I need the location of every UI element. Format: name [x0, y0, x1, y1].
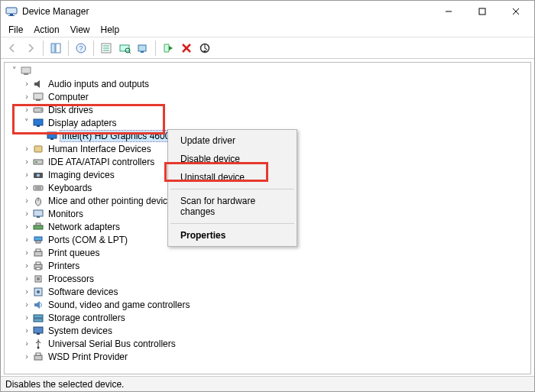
svg-rect-18	[138, 45, 146, 51]
imaging-icon	[32, 169, 44, 181]
tree-item-display-adapters[interactable]: ˅Display adapters	[5, 116, 530, 129]
disable-device-button[interactable]	[196, 40, 213, 57]
context-menu-update-driver[interactable]: Update driver	[170, 131, 295, 150]
svg-rect-49	[34, 251, 42, 256]
collapse-icon[interactable]: ˅	[21, 118, 32, 127]
tree-item[interactable]: ›Sound, video and game controllers	[5, 298, 530, 311]
expand-icon[interactable]: ›	[21, 235, 32, 244]
audio-icon	[32, 78, 44, 90]
context-menu-disable-device[interactable]: Disable device	[170, 150, 295, 168]
tree-item-label: Storage controllers	[47, 313, 127, 323]
tree-root[interactable]: ˅	[5, 64, 530, 77]
mouse-icon	[32, 195, 44, 207]
expand-icon[interactable]: ›	[21, 144, 32, 153]
context-menu-uninstall-device[interactable]: Uninstall device	[170, 168, 295, 186]
svg-rect-43	[34, 210, 43, 216]
expand-icon[interactable]: ›	[21, 313, 32, 322]
expand-icon[interactable]: ›	[21, 79, 32, 88]
expand-icon[interactable]: ›	[21, 157, 32, 166]
context-menu-properties[interactable]: Properties	[170, 226, 295, 245]
svg-rect-53	[36, 267, 41, 270]
svg-point-28	[41, 109, 42, 111]
expand-icon[interactable]: ›	[21, 222, 32, 231]
toolbar: ?	[1, 37, 534, 59]
forward-button[interactable]	[22, 40, 39, 57]
tree-item[interactable]: ›System devices	[5, 324, 530, 337]
svg-rect-50	[36, 249, 41, 251]
help-button[interactable]: ?	[73, 40, 89, 57]
tree-item[interactable]: ›Printers	[5, 259, 530, 272]
toolbar-separator	[43, 40, 44, 56]
storage-icon	[32, 312, 44, 324]
svg-text:?: ?	[79, 44, 83, 52]
svg-rect-26	[36, 99, 41, 101]
svg-rect-61	[37, 333, 40, 335]
context-menu-separator	[170, 189, 294, 190]
tree-item-label: Processors	[47, 274, 96, 284]
keyboard-icon	[32, 182, 44, 194]
update-driver-button[interactable]	[135, 40, 151, 57]
app-icon	[5, 5, 18, 18]
tree-item-label: Human Interface Devices	[47, 144, 153, 154]
svg-rect-46	[36, 223, 41, 225]
ports-icon	[32, 234, 44, 246]
expand-icon[interactable]: ›	[21, 326, 32, 335]
svg-rect-19	[141, 51, 144, 53]
tree-item-label: Display adapters	[47, 118, 118, 128]
expand-icon[interactable]: ›	[21, 196, 32, 205]
svg-rect-34	[34, 160, 43, 164]
tree-item[interactable]: ›Storage controllers	[5, 311, 530, 324]
show-hide-tree-button[interactable]	[47, 40, 64, 57]
expand-icon[interactable]: ›	[21, 209, 32, 218]
tree-item[interactable]: ›Software devices	[5, 285, 530, 298]
expand-icon[interactable]: ›	[21, 105, 32, 114]
uninstall-device-button[interactable]	[178, 40, 195, 57]
expand-icon[interactable]: ›	[21, 339, 32, 348]
expand-icon[interactable]: ›	[21, 92, 32, 101]
tree-item-label: IDE ATA/ATAPI controllers	[47, 157, 156, 167]
expand-icon[interactable]: ›	[21, 183, 32, 192]
menu-view[interactable]: View	[66, 23, 95, 37]
maximize-button[interactable]	[465, 1, 499, 22]
context-menu: Update driver Disable device Uninstall d…	[167, 129, 297, 247]
tree-item-label: Ports (COM & LPT)	[47, 235, 129, 245]
printer-icon	[32, 260, 44, 272]
title-bar: Device Manager	[1, 1, 534, 22]
expand-icon[interactable]: ›	[21, 248, 32, 257]
tree-item-label: Keyboards	[47, 183, 93, 193]
scan-hardware-button[interactable]	[116, 40, 133, 57]
menu-help[interactable]: Help	[96, 23, 125, 37]
tree-item[interactable]: ›WSD Print Provider	[5, 350, 530, 363]
expand-icon[interactable]: ›	[21, 300, 32, 309]
tree-item[interactable]: ›Universal Serial Bus controllers	[5, 337, 530, 350]
svg-point-62	[37, 346, 40, 348]
menu-file[interactable]: File	[4, 23, 28, 37]
expand-icon[interactable]: ›	[21, 352, 32, 361]
tree-item[interactable]: ›Audio inputs and outputs	[5, 77, 530, 90]
properties-button[interactable]	[98, 40, 115, 57]
menu-action[interactable]: Action	[29, 23, 63, 37]
expand-icon[interactable]: ›	[21, 170, 32, 179]
svg-rect-1	[10, 14, 13, 15]
ide-icon	[32, 156, 44, 168]
tree-item[interactable]: ›Computer	[5, 90, 530, 103]
context-menu-scan-hardware[interactable]: Scan for hardware changes	[170, 192, 295, 221]
display-icon	[32, 117, 44, 129]
tree-item[interactable]: ›Processors	[5, 272, 530, 285]
svg-rect-23	[21, 67, 31, 73]
close-button[interactable]	[499, 1, 533, 22]
minimize-button[interactable]	[432, 1, 465, 22]
enable-device-button[interactable]	[160, 40, 177, 57]
network-icon	[32, 221, 44, 233]
svg-rect-7	[51, 44, 55, 53]
svg-rect-0	[6, 8, 17, 14]
collapse-icon[interactable]: ˅	[9, 66, 20, 75]
expand-icon[interactable]: ›	[21, 287, 32, 296]
expand-icon[interactable]: ›	[21, 274, 32, 283]
expand-icon[interactable]: ›	[21, 261, 32, 270]
tree-item-label: Audio inputs and outputs	[47, 79, 151, 89]
tree-item[interactable]: ›Print queues	[5, 246, 530, 259]
disk-icon	[32, 104, 44, 116]
back-button[interactable]	[4, 40, 21, 57]
tree-item[interactable]: ›Disk drives	[5, 103, 530, 116]
